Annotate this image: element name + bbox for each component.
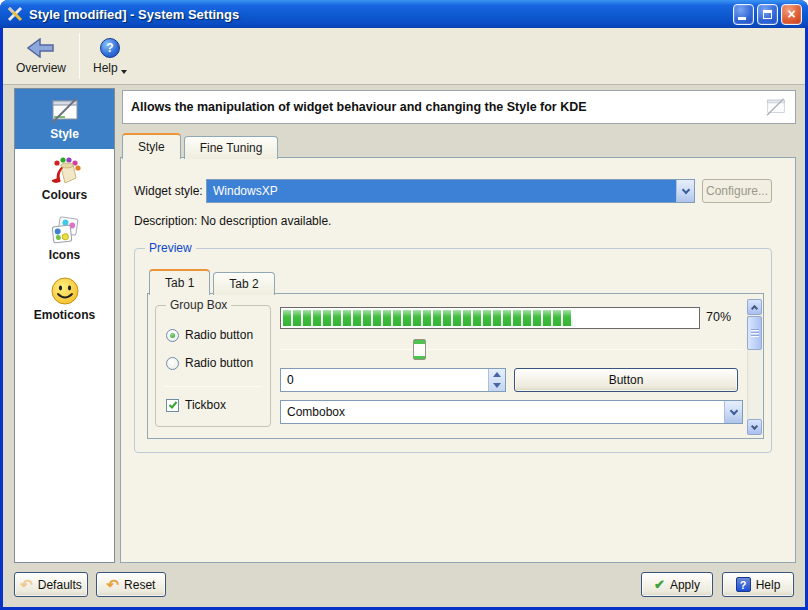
radio-unchecked-icon	[166, 357, 179, 370]
progress-fill	[283, 310, 573, 326]
tab-fine-tuning[interactable]: Fine Tuning	[184, 136, 279, 159]
reset-label: Reset	[124, 578, 155, 592]
radio-button-2[interactable]: Radio button	[166, 356, 253, 370]
tickbox[interactable]: Tickbox	[166, 398, 226, 412]
style-icon	[49, 97, 81, 125]
group-box-title: Group Box	[166, 298, 231, 312]
maximize-icon	[763, 10, 772, 19]
chevron-down-icon	[729, 406, 737, 414]
spin-up-button[interactable]	[489, 369, 505, 380]
titlebar: Style [modified] - System Settings ×	[0, 0, 808, 28]
back-arrow-icon	[27, 38, 55, 58]
help-footer-label: Help	[756, 578, 781, 592]
preview-button[interactable]: Button	[514, 368, 738, 392]
arrow-down-icon	[493, 383, 501, 388]
preview-tab-bar: Tab 1 Tab 2	[149, 269, 278, 295]
maximize-button[interactable]	[757, 4, 778, 25]
progress-bar	[280, 307, 700, 329]
vertical-scrollbar[interactable]	[747, 299, 762, 435]
sidebar: Style Colours	[14, 88, 115, 563]
tab-label: Tab 1	[165, 276, 194, 290]
tab-2[interactable]: Tab 2	[213, 272, 274, 295]
spin-buttons	[488, 369, 505, 391]
window-title: Style [modified] - System Settings	[29, 7, 730, 22]
group-box: Group Box Radio button Radio button	[155, 305, 271, 427]
sidebar-item-label: Emoticons	[34, 308, 95, 322]
icons-icon	[49, 216, 81, 246]
help-box-icon: ?	[736, 577, 751, 592]
sidebar-item-style[interactable]: Style	[15, 89, 114, 149]
caret-down-icon	[121, 70, 127, 74]
tab-1[interactable]: Tab 1	[149, 269, 210, 295]
spinbox-value: 0	[281, 369, 488, 391]
radio-label: Radio button	[185, 328, 253, 342]
apply-label: Apply	[670, 578, 700, 592]
style-tab-panel: Widget style: WindowsXP Configure... Des…	[120, 157, 796, 563]
defaults-button[interactable]: ↶ Defaults	[14, 572, 88, 597]
sidebar-item-colours[interactable]: Colours	[15, 149, 114, 209]
colours-icon	[48, 156, 82, 186]
emoticons-icon	[50, 276, 80, 306]
style-preview-icon	[765, 97, 787, 117]
description-text: Description: No description available.	[134, 214, 331, 228]
undo-icon: ↶	[20, 577, 33, 592]
defaults-label: Defaults	[38, 578, 82, 592]
help-label: Help	[93, 61, 118, 75]
toolbar: Overview ? Help	[3, 28, 805, 85]
widget-style-label: Widget style:	[134, 184, 203, 198]
tab-style[interactable]: Style	[122, 133, 181, 159]
progress-label: 70%	[706, 310, 731, 324]
dropdown-button[interactable]	[676, 180, 694, 202]
grip-icon	[751, 329, 759, 338]
header-panel: Allows the manipulation of widget behavi…	[122, 90, 796, 124]
close-icon: ×	[787, 7, 795, 21]
help-button[interactable]: ? Help	[84, 31, 136, 81]
slider-handle[interactable]	[413, 339, 426, 360]
window-content: Overview ? Help Style	[3, 28, 805, 607]
slider[interactable]	[280, 339, 743, 361]
spin-down-button[interactable]	[489, 380, 505, 391]
groupbox-separator	[164, 386, 262, 387]
scroll-thumb[interactable]	[747, 316, 762, 350]
scroll-up-button[interactable]	[747, 299, 762, 315]
close-button[interactable]: ×	[781, 4, 802, 25]
help-footer-button[interactable]: ? Help	[722, 572, 794, 597]
tab-label: Tab 2	[229, 277, 258, 291]
check-icon: ✔	[654, 578, 665, 591]
apply-button[interactable]: ✔ Apply	[641, 572, 713, 597]
minimize-icon	[738, 17, 746, 20]
overview-label: Overview	[16, 61, 66, 75]
spinbox[interactable]: 0	[280, 368, 506, 392]
dropdown-button[interactable]	[724, 401, 742, 423]
preview-combobox[interactable]: Combobox	[280, 400, 743, 424]
overview-button[interactable]: Overview	[7, 31, 75, 81]
sidebar-item-emoticons[interactable]: Emoticons	[15, 269, 114, 329]
help-icon: ?	[100, 38, 120, 58]
radio-button-1[interactable]: Radio button	[166, 328, 253, 342]
reset-button[interactable]: ↶ Reset	[96, 572, 166, 597]
undo-icon: ↶	[107, 577, 120, 592]
arrow-up-icon	[493, 372, 501, 377]
checkbox-checked-icon	[166, 399, 179, 412]
tab-label: Style	[138, 140, 165, 154]
slider-groove	[280, 349, 743, 350]
widget-style-value: WindowsXP	[207, 180, 676, 202]
radio-label: Radio button	[185, 356, 253, 370]
minimize-button[interactable]	[733, 4, 754, 25]
sidebar-item-icons[interactable]: Icons	[15, 209, 114, 269]
sidebar-item-label: Icons	[49, 248, 80, 262]
radio-checked-icon	[166, 329, 179, 342]
tab-label: Fine Tuning	[200, 141, 263, 155]
chevron-up-icon	[751, 304, 758, 311]
main-tab-bar: Style Fine Tuning	[122, 133, 281, 159]
configure-button[interactable]: Configure...	[702, 179, 772, 203]
combobox-value: Combobox	[281, 401, 724, 423]
crossed-tools-icon	[6, 5, 24, 23]
widget-style-combobox[interactable]: WindowsXP	[206, 179, 695, 203]
preview-groupbox-title: Preview	[145, 241, 196, 255]
header-text: Allows the manipulation of widget behavi…	[131, 100, 765, 114]
chevron-down-icon	[681, 185, 689, 193]
sidebar-item-label: Style	[50, 127, 79, 141]
preview-groupbox: Preview Tab 1 Tab 2 Group Box Radio butt…	[134, 248, 772, 453]
scroll-down-button[interactable]	[747, 419, 762, 435]
